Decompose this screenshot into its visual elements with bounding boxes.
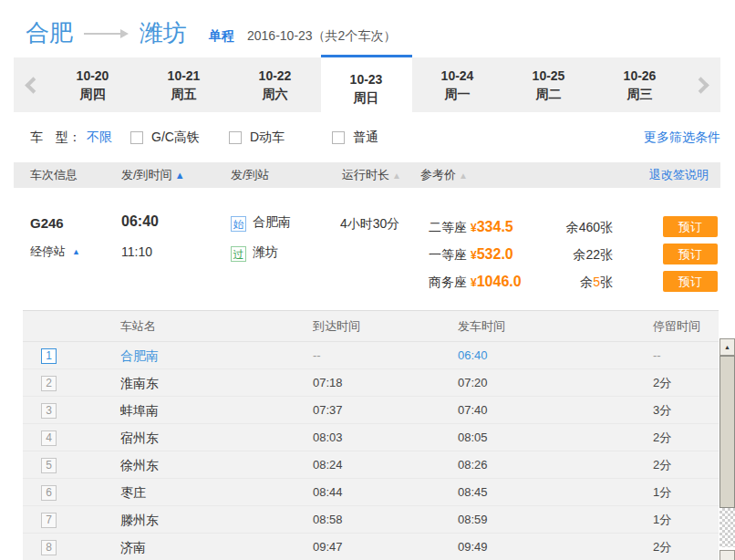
remaining-tickets: 余5张 bbox=[580, 271, 613, 293]
stop-arrive-time: 08:24 bbox=[313, 451, 343, 479]
stops-col-stay: 停留时间 bbox=[653, 311, 700, 342]
checkbox-label: 普通 bbox=[353, 130, 378, 146]
more-filters-link[interactable]: 更多筛选条件 bbox=[644, 130, 720, 146]
stop-stay-duration: 2分 bbox=[653, 451, 671, 479]
date-tab[interactable]: 10-23 周日 bbox=[321, 55, 412, 119]
stop-row: 4 宿州东 08:03 08:05 2分 bbox=[23, 424, 719, 451]
fare-list: 二等座 ¥334.5 余460张 预订 一等座 ¥532.0 余22张 预订 商… bbox=[14, 188, 720, 310]
date-tab[interactable]: 10-25 周二 bbox=[503, 57, 595, 112]
remaining-count: 460 bbox=[579, 220, 600, 234]
refund-policy-link[interactable]: 退改签说明 bbox=[649, 162, 709, 188]
column-depart-arrive-time-sort[interactable]: 发/到时间▲ bbox=[121, 162, 185, 188]
date-tab-date: 10-20 bbox=[77, 67, 109, 85]
stop-depart-time: 06:40 bbox=[458, 342, 488, 369]
stop-station-name: 滕州东 bbox=[120, 506, 159, 534]
fare-row: 商务座 ¥1046.0 余5张 预订 bbox=[14, 271, 720, 293]
stop-arrive-time: 08:44 bbox=[313, 479, 343, 506]
stop-row: 7 滕州东 08:58 08:59 1分 bbox=[23, 506, 719, 534]
column-duration-sort[interactable]: 运行时长▲ bbox=[342, 162, 401, 189]
stop-row: 1 合肥南 -- 06:40 -- bbox=[23, 342, 719, 369]
train-type-checkbox-group[interactable]: 普通 bbox=[332, 130, 378, 146]
date-tab-date: 10-26 bbox=[624, 67, 657, 85]
book-button[interactable]: 预订 bbox=[663, 244, 718, 264]
fare-price: ¥1046.0 bbox=[471, 271, 522, 294]
train-result-row: G246 经停站▲ 06:40 11:10 始合肥南 过潍坊 4小时30分 二等… bbox=[14, 188, 720, 310]
stop-station-name: 济南 bbox=[120, 534, 146, 560]
price-amount: 532.0 bbox=[477, 246, 513, 262]
stop-station-name: 蚌埠南 bbox=[120, 397, 159, 424]
date-tab-weekday: 周五 bbox=[171, 85, 197, 103]
stop-arrive-time: 07:18 bbox=[313, 369, 343, 397]
stop-number-badge: 8 bbox=[41, 540, 57, 555]
column-train-info: 车次信息 bbox=[30, 162, 78, 188]
stops-col-arrive: 到达时间 bbox=[313, 311, 360, 342]
checkbox[interactable] bbox=[229, 131, 242, 144]
next-days-button[interactable] bbox=[688, 57, 721, 112]
date-tab[interactable]: 10-20 周四 bbox=[47, 57, 139, 112]
train-type-checkbox-group[interactable]: D动车 bbox=[229, 130, 285, 146]
train-type-checkboxes: G/C高铁 D动车 普通 bbox=[112, 130, 378, 146]
stop-arrive-time: 07:37 bbox=[313, 397, 343, 424]
prev-days-button[interactable] bbox=[14, 57, 47, 112]
stop-arrive-time: 08:58 bbox=[313, 506, 343, 534]
stops-col-station: 车站名 bbox=[120, 311, 156, 342]
checkbox[interactable] bbox=[130, 131, 143, 144]
stop-number-badge: 5 bbox=[41, 458, 57, 473]
stop-stay-duration: 1分 bbox=[653, 479, 671, 506]
date-tab-date: 10-24 bbox=[441, 67, 474, 85]
chevron-right-icon bbox=[693, 77, 709, 93]
stop-row: 5 徐州东 08:24 08:26 2分 bbox=[23, 451, 719, 479]
date-tab-bar: 10-20 周四 10-21 周五 10-22 周六 10-23 周日 10-2… bbox=[14, 57, 720, 112]
remaining-tickets: 余22张 bbox=[573, 244, 613, 265]
checkbox-label: G/C高铁 bbox=[151, 130, 200, 146]
date-tabs: 10-20 周四 10-21 周五 10-22 周六 10-23 周日 10-2… bbox=[47, 57, 686, 112]
train-type-filter-row: 车 型： 不限 G/C高铁 D动车 普通 更多筛选条件 bbox=[30, 124, 720, 151]
stop-row: 2 淮南东 07:18 07:20 2分 bbox=[23, 369, 719, 397]
seat-class-label: 商务座 bbox=[429, 271, 467, 293]
stop-number-badge: 2 bbox=[41, 376, 57, 391]
book-button[interactable]: 预订 bbox=[663, 271, 718, 292]
scrollbar-track[interactable] bbox=[719, 508, 735, 547]
scrollbar-down-button[interactable] bbox=[719, 550, 735, 560]
remaining-count: 22 bbox=[585, 247, 600, 262]
date-tab[interactable]: 10-24 周一 bbox=[412, 57, 503, 112]
stop-station-name: 宿州东 bbox=[120, 424, 159, 451]
fare-price: ¥334.5 bbox=[471, 216, 513, 239]
stop-depart-time: 08:59 bbox=[458, 506, 488, 534]
stop-arrive-time: 08:03 bbox=[313, 424, 343, 451]
train-type-checkbox-group[interactable]: G/C高铁 bbox=[130, 130, 200, 146]
train-type-label: 车 型： bbox=[30, 130, 81, 146]
date-tab-date: 10-21 bbox=[168, 67, 201, 85]
stops-col-depart: 发车时间 bbox=[458, 311, 505, 342]
stops-rows: 1 合肥南 -- 06:40 -- 2 淮南东 07:18 07:20 2分 3… bbox=[23, 342, 719, 560]
scrollbar-thumb[interactable] bbox=[719, 356, 735, 508]
currency-symbol: ¥ bbox=[471, 222, 477, 234]
price-amount: 1046.0 bbox=[477, 274, 522, 289]
train-type-any-link[interactable]: 不限 bbox=[87, 130, 112, 146]
date-tab-weekday: 周六 bbox=[263, 85, 288, 103]
stop-number-badge: 4 bbox=[41, 430, 57, 446]
fare-row: 二等座 ¥334.5 余460张 预订 bbox=[14, 216, 720, 238]
column-reference-price-sort[interactable]: 参考价▲ bbox=[420, 162, 468, 189]
train-ticket-search-page: 合肥 潍坊 单程 2016-10-23（共2个车次） 10-20 周四 10-2… bbox=[0, 0, 735, 560]
stop-number-badge: 6 bbox=[41, 485, 57, 501]
date-tab-weekday: 周四 bbox=[80, 85, 106, 103]
triangle-up-icon: ▲ bbox=[724, 344, 730, 350]
date-tab[interactable]: 10-26 周三 bbox=[595, 57, 686, 112]
checkbox[interactable] bbox=[332, 131, 345, 144]
stop-depart-time: 08:45 bbox=[458, 479, 488, 506]
stop-depart-time: 09:49 bbox=[458, 534, 488, 560]
book-button[interactable]: 预订 bbox=[663, 216, 718, 237]
stop-row: 6 枣庄 08:44 08:45 1分 bbox=[23, 479, 719, 506]
stop-row: 3 蚌埠南 07:37 07:40 3分 bbox=[23, 397, 719, 424]
date-tab[interactable]: 10-21 周五 bbox=[139, 57, 230, 112]
scrollbar-up-button[interactable]: ▲ bbox=[719, 338, 735, 356]
vertical-scrollbar[interactable]: ▲ bbox=[719, 338, 735, 560]
date-tab-date: 10-23 bbox=[350, 70, 383, 88]
fare-price: ¥532.0 bbox=[471, 244, 513, 266]
sort-arrow-active-icon: ▲ bbox=[175, 170, 185, 181]
date-tab[interactable]: 10-22 周六 bbox=[230, 57, 321, 112]
chevron-left-icon bbox=[25, 77, 41, 93]
sort-arrow-icon: ▲ bbox=[459, 171, 468, 181]
remaining-count: 5 bbox=[593, 275, 600, 289]
